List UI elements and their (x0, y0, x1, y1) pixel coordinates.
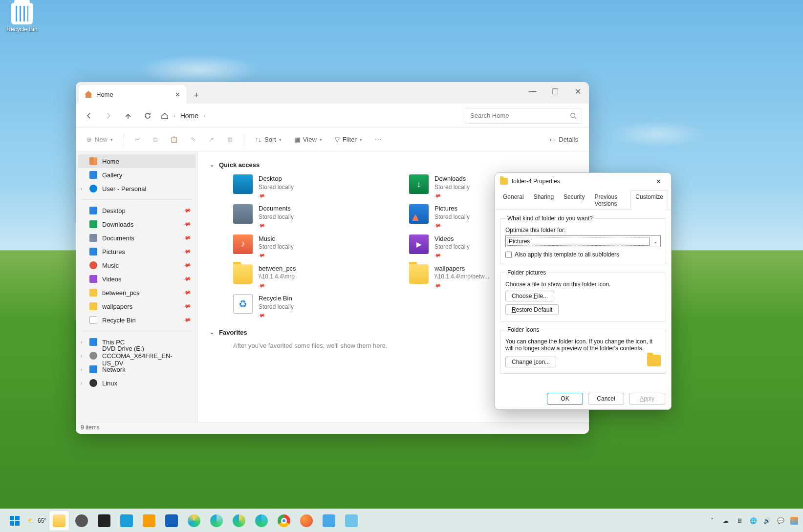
explorer-tab-home[interactable]: Home ✕ (79, 85, 186, 104)
start-button[interactable] (5, 511, 24, 531)
taskbar-edge-canary[interactable] (184, 511, 204, 531)
tray-network-icon[interactable]: 🌐 (749, 517, 757, 525)
tray-volume-icon[interactable]: 🔊 (763, 517, 771, 525)
checkbox[interactable] (505, 252, 512, 258)
breadcrumb-location[interactable]: Home (180, 112, 198, 120)
cut-button[interactable]: ✂ (131, 134, 144, 145)
maximize-button[interactable]: ☐ (544, 82, 566, 101)
taskbar-file-explorer[interactable] (49, 511, 69, 531)
folder-icon (233, 294, 253, 314)
command-bar: ⊕ New ▾ ✂ ⧉ 📋 ✎ ↗ 🗑 ↑↓ Sort ▾ ▦ View ▾ ▽… (76, 128, 589, 151)
taskbar-app-2[interactable] (139, 511, 159, 531)
sidebar-item-between-pcs[interactable]: between_pcs📌 (76, 286, 197, 299)
taskbar-settings[interactable] (72, 511, 91, 531)
quick-access-music[interactable]: MusicStored locally📌 (233, 234, 370, 259)
quick-access-desktop[interactable]: DesktopStored locally📌 (233, 174, 370, 199)
sidebar-icon (89, 365, 97, 373)
sidebar-item-music[interactable]: Music📌 (76, 258, 197, 272)
quick-access-between-pcs[interactable]: between_pcs\\10.1.4.4\mro📌 (233, 264, 370, 289)
tab-general[interactable]: General (498, 190, 529, 210)
tab-security[interactable]: Security (559, 190, 589, 210)
item-location: Stored locally (259, 303, 294, 311)
quick-access-header[interactable]: ⌄ Quick access (210, 161, 577, 169)
change-icon-button[interactable]: Change Icon... (505, 357, 556, 367)
tab-customize[interactable]: Customize (630, 190, 668, 210)
pin-icon: 📌 (257, 251, 266, 260)
taskbar-edge-beta[interactable] (207, 511, 226, 531)
more-button[interactable]: ⋯ (371, 134, 385, 145)
sort-button[interactable]: ↑↓ Sort ▾ (251, 134, 285, 145)
sidebar-item-gallery[interactable]: Gallery (76, 168, 197, 182)
rename-button[interactable]: ✎ (187, 134, 200, 145)
dialog-close-button[interactable]: ✕ (651, 175, 666, 188)
sidebar-item-downloads[interactable]: Downloads📌 (76, 217, 197, 231)
nav-refresh-button[interactable] (141, 109, 154, 122)
dialog-title-bar[interactable]: folder-4 Properties ✕ (495, 173, 671, 190)
close-window-button[interactable]: ✕ (566, 82, 589, 101)
pin-icon: 📌 (183, 220, 192, 229)
taskbar-chrome[interactable] (274, 511, 294, 531)
tray-app-icon[interactable] (790, 517, 798, 525)
breadcrumb[interactable]: › Home › (161, 112, 205, 120)
taskbar-terminal[interactable] (94, 511, 114, 531)
sidebar-item-dvd-drive-e-cccoma-x64fre-en-us-dv[interactable]: ›DVD Drive (E:) CCCOMA_X64FRE_EN-US_DV (76, 349, 197, 362)
tray-notifications-icon[interactable]: 💬 (777, 517, 784, 525)
desktop-recycle-bin[interactable]: Recycle Bin (3, 3, 41, 33)
taskbar-edge-dev[interactable] (229, 511, 249, 531)
nav-up-button[interactable] (122, 109, 134, 122)
tray-onedrive-icon[interactable]: ☁ (722, 517, 730, 525)
sidebar-item-videos[interactable]: Videos📌 (76, 272, 197, 286)
chevron-right-icon: › (81, 353, 82, 359)
sidebar-icon (89, 261, 97, 269)
tab-close-button[interactable]: ✕ (175, 91, 180, 98)
search-box[interactable] (465, 108, 582, 124)
sidebar-item-desktop[interactable]: Desktop📌 (76, 204, 197, 217)
view-button[interactable]: ▦ View ▾ (290, 134, 326, 145)
new-tab-button[interactable]: + (188, 87, 205, 104)
sidebar-item-label: wallpapers (102, 303, 132, 310)
optimize-dropdown[interactable]: Pictures ⌄ (505, 235, 661, 247)
sidebar-item-wallpapers[interactable]: wallpapers📌 (76, 299, 197, 313)
quick-access-documents[interactable]: DocumentsStored locally📌 (233, 204, 370, 229)
share-button[interactable]: ↗ (205, 134, 218, 145)
details-pane-button[interactable]: ▭ Details (546, 134, 582, 145)
choose-file-button[interactable]: Choose File... (505, 291, 554, 301)
search-input[interactable] (470, 112, 566, 119)
sidebar-item-home[interactable]: Home (78, 154, 195, 168)
minimize-button[interactable]: — (521, 82, 544, 101)
weather-widget[interactable]: ⛅65° (27, 517, 46, 524)
sidebar-item-linux[interactable]: ›Linux (76, 376, 197, 390)
taskbar-app-5[interactable] (342, 511, 361, 531)
ok-button[interactable]: OK (547, 393, 583, 404)
apply-subfolders-row[interactable]: Also apply this template to all subfolde… (505, 251, 661, 258)
tab-previous-versions[interactable]: Previous Versions (589, 190, 630, 210)
sidebar-item-network[interactable]: ›Network (76, 362, 197, 376)
sidebar-item-recycle-bin[interactable]: Recycle Bin📌 (76, 313, 197, 327)
taskbar-app-3[interactable] (162, 511, 181, 531)
tray-chevron-up-icon[interactable]: ˄ (708, 517, 716, 525)
sidebar-item-documents[interactable]: Documents📌 (76, 231, 197, 245)
taskbar-app-4[interactable] (319, 511, 339, 531)
svg-rect-4 (15, 521, 20, 526)
sidebar-item-user-personal[interactable]: ›User - Personal (76, 182, 197, 195)
nav-back-button[interactable] (83, 109, 95, 122)
new-button[interactable]: ⊕ New ▾ (83, 134, 117, 145)
cancel-button[interactable]: Cancel (588, 393, 624, 404)
quick-access-recycle-bin[interactable]: Recycle BinStored locally📌 (233, 294, 370, 319)
paste-button[interactable]: 📋 (166, 134, 182, 145)
tray-devices-icon[interactable]: 🖥 (736, 517, 743, 525)
nav-forward-button[interactable] (102, 109, 115, 122)
copy-button[interactable]: ⧉ (149, 134, 161, 146)
apply-button[interactable]: Apply (629, 393, 665, 404)
filter-button[interactable]: ▽ Filter ▾ (331, 134, 366, 145)
taskbar-edge[interactable] (252, 511, 271, 531)
tab-sharing[interactable]: Sharing (529, 190, 559, 210)
taskbar-app-1[interactable] (117, 511, 136, 531)
delete-button[interactable]: 🗑 (223, 134, 237, 145)
sidebar-item-label: between_pcs (102, 289, 140, 297)
restore-default-button[interactable]: Restore Default (505, 304, 559, 315)
taskbar-firefox[interactable] (297, 511, 316, 531)
window-controls: — ☐ ✕ (521, 82, 589, 101)
pin-icon: 📌 (257, 311, 266, 320)
sidebar-item-pictures[interactable]: Pictures📌 (76, 245, 197, 258)
